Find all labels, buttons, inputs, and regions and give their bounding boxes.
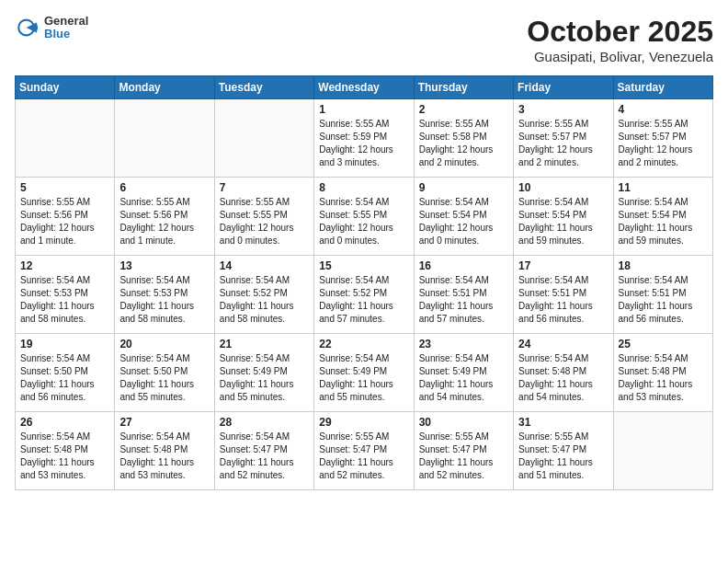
day-number: 22: [319, 338, 408, 350]
day-number: 31: [518, 416, 608, 429]
day-of-week-header: Friday: [514, 76, 613, 99]
month-title: October 2025: [527, 15, 713, 49]
day-content: Sunrise: 5:54 AMSunset: 5:54 PMDaylight:…: [619, 196, 708, 247]
day-number: 26: [20, 416, 109, 429]
logo: General Blue: [15, 15, 88, 41]
day-number: 23: [419, 338, 508, 350]
calendar-cell: 31Sunrise: 5:55 AMSunset: 5:47 PMDayligh…: [514, 412, 613, 490]
day-number: 14: [220, 259, 309, 272]
day-of-week-header: Monday: [115, 76, 214, 99]
day-content: Sunrise: 5:54 AMSunset: 5:53 PMDaylight:…: [119, 274, 209, 326]
logo-text: General Blue: [44, 15, 88, 41]
day-of-week-header: Saturday: [613, 76, 712, 99]
day-content: Sunrise: 5:55 AMSunset: 5:47 PMDaylight:…: [518, 431, 608, 482]
calendar-cell: 20Sunrise: 5:54 AMSunset: 5:50 PMDayligh…: [115, 334, 214, 412]
calendar-cell: 19Sunrise: 5:54 AMSunset: 5:50 PMDayligh…: [16, 334, 115, 412]
calendar-cell: 23Sunrise: 5:54 AMSunset: 5:49 PMDayligh…: [414, 334, 513, 412]
calendar-cell: 15Sunrise: 5:54 AMSunset: 5:52 PMDayligh…: [314, 256, 414, 334]
title-area: October 2025 Guasipati, Bolivar, Venezue…: [527, 15, 713, 64]
day-number: 17: [518, 259, 608, 272]
day-content: Sunrise: 5:55 AMSunset: 5:59 PMDaylight:…: [319, 118, 408, 169]
day-content: Sunrise: 5:55 AMSunset: 5:57 PMDaylight:…: [518, 118, 608, 169]
calendar-cell: 24Sunrise: 5:54 AMSunset: 5:48 PMDayligh…: [514, 334, 613, 412]
day-content: Sunrise: 5:54 AMSunset: 5:55 PMDaylight:…: [319, 196, 408, 247]
calendar-cell: 29Sunrise: 5:55 AMSunset: 5:47 PMDayligh…: [314, 412, 414, 490]
day-number: 5: [20, 181, 109, 194]
calendar-cell: 6Sunrise: 5:55 AMSunset: 5:56 PMDaylight…: [115, 178, 214, 256]
calendar-cell: 4Sunrise: 5:55 AMSunset: 5:57 PMDaylight…: [613, 99, 712, 178]
day-number: 27: [119, 416, 209, 429]
calendar-cell: 2Sunrise: 5:55 AMSunset: 5:58 PMDaylight…: [414, 99, 513, 178]
calendar-cell: 28Sunrise: 5:54 AMSunset: 5:47 PMDayligh…: [214, 412, 313, 490]
calendar-cell: 1Sunrise: 5:55 AMSunset: 5:59 PMDaylight…: [314, 99, 414, 178]
day-content: Sunrise: 5:55 AMSunset: 5:57 PMDaylight:…: [619, 118, 708, 169]
day-number: 19: [20, 338, 109, 350]
day-number: 28: [220, 416, 309, 429]
day-number: 24: [518, 338, 608, 350]
calendar-cell: 7Sunrise: 5:55 AMSunset: 5:55 PMDaylight…: [214, 178, 313, 256]
day-content: Sunrise: 5:54 AMSunset: 5:51 PMDaylight:…: [619, 274, 708, 326]
calendar-table: SundayMondayTuesdayWednesdayThursdayFrid…: [15, 75, 713, 490]
calendar-cell: 27Sunrise: 5:54 AMSunset: 5:48 PMDayligh…: [115, 412, 214, 490]
day-content: Sunrise: 5:54 AMSunset: 5:49 PMDaylight:…: [419, 352, 508, 404]
day-content: Sunrise: 5:54 AMSunset: 5:54 PMDaylight:…: [518, 196, 608, 247]
day-number: 12: [20, 259, 109, 272]
day-of-week-header: Thursday: [414, 76, 513, 99]
day-content: Sunrise: 5:54 AMSunset: 5:48 PMDaylight:…: [119, 431, 209, 482]
day-content: Sunrise: 5:55 AMSunset: 5:55 PMDaylight:…: [220, 196, 309, 247]
day-number: 15: [319, 259, 408, 272]
day-of-week-header: Sunday: [16, 76, 115, 99]
calendar-cell: [214, 99, 313, 178]
calendar-cell: 5Sunrise: 5:55 AMSunset: 5:56 PMDaylight…: [16, 178, 115, 256]
day-content: Sunrise: 5:55 AMSunset: 5:56 PMDaylight:…: [119, 196, 209, 247]
day-number: 7: [220, 181, 309, 194]
day-content: Sunrise: 5:55 AMSunset: 5:56 PMDaylight:…: [20, 196, 109, 247]
calendar-cell: 25Sunrise: 5:54 AMSunset: 5:48 PMDayligh…: [613, 334, 712, 412]
calendar-cell: 16Sunrise: 5:54 AMSunset: 5:51 PMDayligh…: [414, 256, 513, 334]
page-header: General Blue October 2025 Guasipati, Bol…: [15, 15, 713, 64]
day-content: Sunrise: 5:54 AMSunset: 5:50 PMDaylight:…: [20, 352, 109, 404]
calendar-week-row: 26Sunrise: 5:54 AMSunset: 5:48 PMDayligh…: [16, 412, 713, 490]
day-content: Sunrise: 5:54 AMSunset: 5:53 PMDaylight:…: [20, 274, 109, 326]
day-number: 9: [419, 181, 508, 194]
calendar-cell: [16, 99, 115, 178]
day-number: 16: [419, 259, 508, 272]
day-number: 1: [319, 103, 408, 116]
day-of-week-header: Tuesday: [214, 76, 313, 99]
calendar-cell: 22Sunrise: 5:54 AMSunset: 5:49 PMDayligh…: [314, 334, 414, 412]
day-number: 6: [119, 181, 209, 194]
calendar-cell: 21Sunrise: 5:54 AMSunset: 5:49 PMDayligh…: [214, 334, 313, 412]
day-content: Sunrise: 5:54 AMSunset: 5:52 PMDaylight:…: [220, 274, 309, 326]
day-content: Sunrise: 5:54 AMSunset: 5:47 PMDaylight:…: [220, 431, 309, 482]
day-content: Sunrise: 5:54 AMSunset: 5:52 PMDaylight:…: [319, 274, 408, 326]
day-of-week-header: Wednesday: [314, 76, 414, 99]
day-content: Sunrise: 5:54 AMSunset: 5:51 PMDaylight:…: [419, 274, 508, 326]
day-content: Sunrise: 5:55 AMSunset: 5:58 PMDaylight:…: [419, 118, 508, 169]
day-content: Sunrise: 5:55 AMSunset: 5:47 PMDaylight:…: [319, 431, 408, 482]
calendar-cell: 8Sunrise: 5:54 AMSunset: 5:55 PMDaylight…: [314, 178, 414, 256]
day-content: Sunrise: 5:54 AMSunset: 5:48 PMDaylight:…: [20, 431, 109, 482]
day-content: Sunrise: 5:54 AMSunset: 5:51 PMDaylight:…: [518, 274, 608, 326]
calendar-cell: 18Sunrise: 5:54 AMSunset: 5:51 PMDayligh…: [613, 256, 712, 334]
day-number: 10: [518, 181, 608, 194]
day-number: 25: [619, 338, 708, 350]
calendar-cell: 13Sunrise: 5:54 AMSunset: 5:53 PMDayligh…: [115, 256, 214, 334]
calendar-week-row: 12Sunrise: 5:54 AMSunset: 5:53 PMDayligh…: [16, 256, 713, 334]
logo-blue: Blue: [44, 28, 88, 40]
day-content: Sunrise: 5:54 AMSunset: 5:49 PMDaylight:…: [220, 352, 309, 404]
calendar-cell: [115, 99, 214, 178]
day-content: Sunrise: 5:54 AMSunset: 5:48 PMDaylight:…: [518, 352, 608, 404]
day-content: Sunrise: 5:54 AMSunset: 5:48 PMDaylight:…: [619, 352, 708, 404]
day-number: 11: [619, 181, 708, 194]
calendar-week-row: 5Sunrise: 5:55 AMSunset: 5:56 PMDaylight…: [16, 178, 713, 256]
day-number: 3: [518, 103, 608, 116]
calendar-cell: 11Sunrise: 5:54 AMSunset: 5:54 PMDayligh…: [613, 178, 712, 256]
calendar-header-row: SundayMondayTuesdayWednesdayThursdayFrid…: [16, 76, 713, 99]
day-content: Sunrise: 5:54 AMSunset: 5:50 PMDaylight:…: [119, 352, 209, 404]
day-number: 18: [619, 259, 708, 272]
day-number: 2: [419, 103, 508, 116]
logo-general: General: [44, 15, 88, 28]
day-number: 29: [319, 416, 408, 429]
day-number: 21: [220, 338, 309, 350]
logo-icon: [15, 15, 40, 40]
